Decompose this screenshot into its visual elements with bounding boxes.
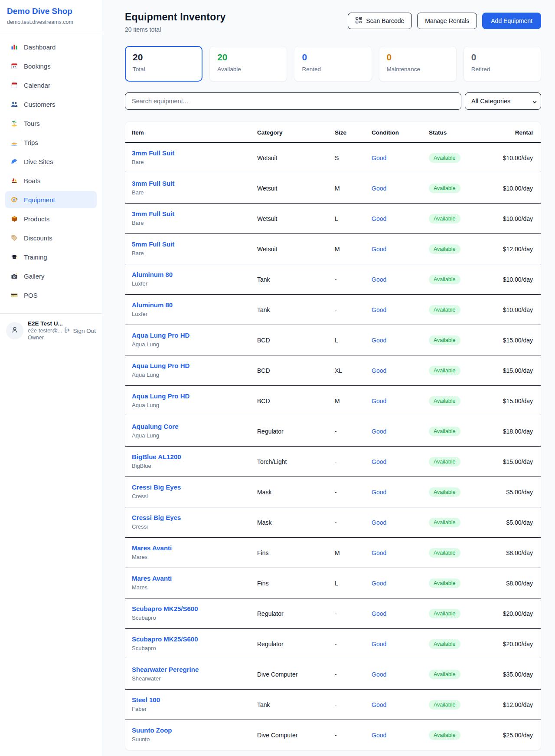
sidebar-item-dive-sites[interactable]: Dive Sites (5, 153, 97, 170)
item-name-link[interactable]: Cressi Big Eyes (132, 483, 250, 491)
dive-sites-icon (10, 158, 18, 165)
condition-link[interactable]: Good (372, 367, 386, 374)
status-badge: Available (429, 153, 460, 163)
search-input[interactable] (125, 92, 461, 110)
condition-link[interactable]: Good (372, 306, 386, 313)
condition-link[interactable]: Good (372, 337, 386, 344)
sidebar-item-training[interactable]: Training (5, 248, 97, 266)
stat-card-maintenance[interactable]: 0 Maintenance (379, 46, 457, 82)
item-size: M (331, 538, 368, 568)
sidebar-item-equipment[interactable]: Equipment (5, 191, 97, 208)
sidebar-item-bookings[interactable]: 17 Bookings (5, 57, 97, 75)
stat-card-available[interactable]: 20 Available (209, 46, 287, 82)
condition-link[interactable]: Good (372, 641, 386, 648)
status-badge: Available (429, 396, 460, 406)
item-brand: Luxfer (132, 310, 250, 318)
item-name-link[interactable]: Mares Avanti (132, 544, 250, 552)
item-name-link[interactable]: BigBlue AL1200 (132, 453, 250, 461)
condition-link[interactable]: Good (372, 428, 386, 435)
condition-link[interactable]: Good (372, 610, 386, 617)
stat-card-rented[interactable]: 0 Rented (294, 46, 372, 82)
condition-link[interactable]: Good (372, 519, 386, 526)
condition-link[interactable]: Good (372, 701, 386, 708)
item-brand: BigBlue (132, 462, 250, 470)
item-brand: Aqua Lung (132, 341, 250, 348)
sidebar-item-tours[interactable]: Tours (5, 115, 97, 132)
equipment-table-card: Item Category Size Condition Status Rent… (125, 122, 541, 750)
item-name-link[interactable]: Aqua Lung Pro HD (132, 392, 250, 400)
condition-link[interactable]: Good (372, 671, 386, 678)
item-name-link[interactable]: Shearwater Peregrine (132, 666, 250, 674)
sidebar-item-calendar[interactable]: Calendar (5, 76, 97, 94)
item-name-link[interactable]: Scubapro MK25/S600 (132, 605, 250, 613)
condition-link[interactable]: Good (372, 458, 386, 465)
condition-link[interactable]: Good (372, 580, 386, 587)
item-name-link[interactable]: Aluminum 80 (132, 301, 250, 309)
item-name-link[interactable]: Steel 100 (132, 696, 250, 704)
sidebar-item-boats[interactable]: Boats (5, 172, 97, 189)
status-badge: Available (429, 214, 460, 224)
status-badge: Available (429, 700, 460, 710)
sidebar-item-gallery[interactable]: Gallery (5, 267, 97, 285)
rental-price: $15.00/day (503, 398, 533, 404)
table-row: Aluminum 80 Luxfer Tank - Good Available… (125, 295, 541, 325)
scan-barcode-button[interactable]: Scan Barcode (348, 13, 412, 29)
sidebar-item-discounts[interactable]: Discounts (5, 229, 97, 247)
condition-link[interactable]: Good (372, 246, 386, 253)
stat-card-total[interactable]: 20 Total (125, 46, 202, 82)
trips-icon (10, 139, 18, 146)
item-name-link[interactable]: Aluminum 80 (132, 271, 250, 279)
item-size: - (331, 690, 368, 720)
condition-link[interactable]: Good (372, 398, 386, 404)
item-name-link[interactable]: Aqua Lung Pro HD (132, 332, 250, 339)
item-name-link[interactable]: Cressi Big Eyes (132, 514, 250, 522)
item-category: Mask (254, 477, 331, 507)
item-name-link[interactable]: Scubapro MK25/S600 (132, 635, 250, 643)
condition-link[interactable]: Good (372, 732, 386, 739)
sign-out-button[interactable]: Sign Out (64, 327, 96, 335)
item-name-link[interactable]: 5mm Full Suit (132, 240, 250, 248)
item-brand: Shearwater (132, 675, 250, 683)
condition-link[interactable]: Good (372, 549, 386, 556)
table-row: Aqua Lung Pro HD Aqua Lung BCD XL Good A… (125, 355, 541, 386)
sidebar-item-trips[interactable]: Trips (5, 134, 97, 151)
condition-link[interactable]: Good (372, 276, 386, 283)
sidebar-item-customers[interactable]: Customers (5, 95, 97, 113)
item-size: L (331, 568, 368, 598)
item-name-link[interactable]: 3mm Full Suit (132, 149, 250, 157)
training-icon (10, 253, 18, 260)
sidebar-item-dashboard[interactable]: Dashboard (5, 38, 97, 56)
item-name-link[interactable]: Aqua Lung Pro HD (132, 362, 250, 370)
category-select[interactable]: All Categories (465, 92, 541, 110)
stat-card-retired[interactable]: 0 Retired (464, 46, 541, 82)
item-category: Dive Computer (254, 659, 331, 690)
item-name-link[interactable]: Mares Avanti (132, 575, 250, 582)
rental-price: $8.00/day (506, 549, 533, 556)
status-badge: Available (429, 518, 460, 527)
item-name-link[interactable]: 3mm Full Suit (132, 210, 250, 218)
item-name-link[interactable]: 3mm Full Suit (132, 180, 250, 187)
item-size: - (331, 720, 368, 750)
condition-link[interactable]: Good (372, 185, 386, 192)
manage-rentals-button[interactable]: Manage Rentals (417, 13, 477, 29)
item-brand: Aqua Lung (132, 371, 250, 379)
person-icon (11, 326, 19, 335)
table-row: Aqua Lung Pro HD Aqua Lung BCD M Good Av… (125, 386, 541, 416)
sidebar-item-label: Trips (24, 139, 38, 146)
item-name-link[interactable]: Suunto Zoop (132, 726, 250, 734)
table-row: 5mm Full Suit Bare Wetsuit M Good Availa… (125, 234, 541, 264)
sidebar-item-label: Discounts (24, 234, 52, 242)
status-badge: Available (429, 639, 460, 649)
condition-link[interactable]: Good (372, 154, 386, 161)
condition-link[interactable]: Good (372, 489, 386, 496)
table-row: Aqua Lung Pro HD Aqua Lung BCD L Good Av… (125, 325, 541, 355)
condition-link[interactable]: Good (372, 215, 386, 222)
col-header-category: Category (254, 122, 331, 142)
add-equipment-button[interactable]: Add Equipment (482, 13, 541, 29)
sidebar-item-products[interactable]: Products (5, 210, 97, 227)
sidebar-item-pos[interactable]: POS (5, 286, 97, 304)
table-row: Cressi Big Eyes Cressi Mask - Good Avail… (125, 507, 541, 538)
item-name-link[interactable]: Aqualung Core (132, 423, 250, 431)
item-category: Regulator (254, 598, 331, 629)
status-badge: Available (429, 457, 460, 467)
